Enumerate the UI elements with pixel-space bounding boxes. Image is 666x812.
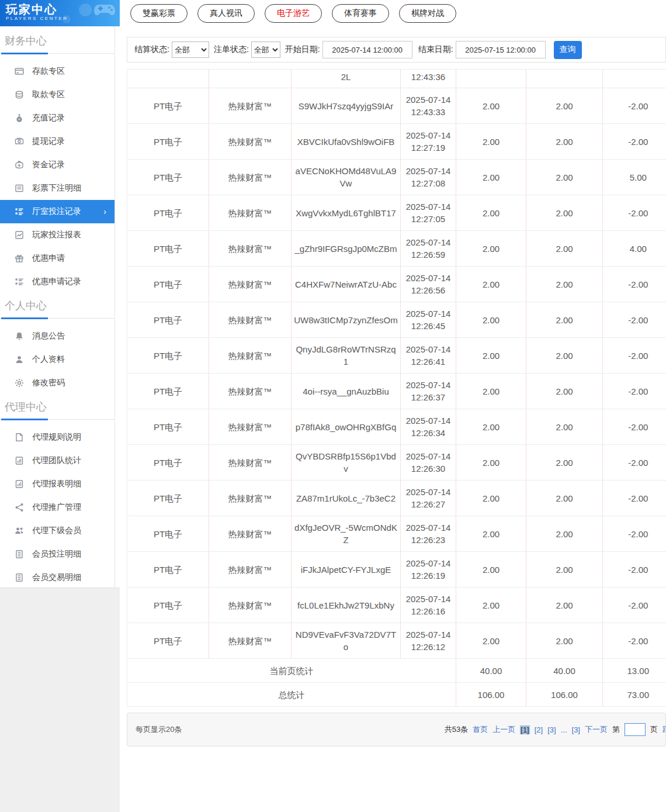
sidebar-footer-area xyxy=(0,588,120,812)
valid-amount-cell: 2.00 xyxy=(526,516,603,552)
valid-amount-cell: 2.00 xyxy=(526,267,603,302)
sidebar-section-finance: 存款专区 取款专区 ¥ 充值记录 提现记录 xyxy=(0,60,115,293)
page-summary-row: 当前页统计 40.00 40.00 13.00 xyxy=(127,659,666,683)
sidebar-item[interactable]: 厅室投注记录 › xyxy=(0,200,115,223)
bet-id-cell: _gZhr9IFGRsgJp0McZBm xyxy=(292,231,401,267)
sidebar-item[interactable]: 个人资料 xyxy=(0,348,115,371)
sidebar-item-label: 存款专区 xyxy=(32,66,65,77)
bet-amount-cell: 2.00 xyxy=(456,195,526,231)
bet-time-cell: 2025-07-14 12:26:12 xyxy=(401,623,456,659)
promo-apply-record-icon xyxy=(15,277,24,286)
page-number-link[interactable]: [2] xyxy=(535,725,543,734)
game-cell: 热辣财富™ xyxy=(209,124,292,160)
sidebar-item-label: 会员投注明细 xyxy=(32,549,81,559)
sidebar-item[interactable]: 提现记录 xyxy=(0,130,115,153)
table-row: PT电子 热辣财富™ QnyJdLG8rRoWTrNSRzq1 2025-07-… xyxy=(127,338,666,374)
game-cell: 热辣财富™ xyxy=(209,160,292,195)
bet-amount-cell: 2.00 xyxy=(456,374,526,409)
game-tab[interactable]: 雙赢彩票 xyxy=(130,4,188,23)
jump-page-input[interactable] xyxy=(625,723,646,736)
bet-id-cell: XBVCIkUfa0vShl9wOiFB xyxy=(292,124,401,160)
bet-time-cell: 2025-07-14 12:43:33 xyxy=(401,88,456,124)
page-summary-valid: 40.00 xyxy=(526,659,603,683)
game-tab[interactable]: 真人视讯 xyxy=(197,4,255,23)
bet-time-cell: 2025-07-14 12:26:56 xyxy=(401,267,456,302)
sidebar-item[interactable]: 代理报表明细 xyxy=(0,472,115,496)
jump-go-link[interactable]: 跳 xyxy=(662,724,666,735)
sidebar-nav: 财务中心 存款专区 取款专区 ¥ 充值记录 xyxy=(0,26,115,588)
sidebar-section-title-personal: 个人中心 xyxy=(0,293,115,318)
bet-time-cell: 2025-07-14 12:26:37 xyxy=(401,374,456,409)
agent-members-icon xyxy=(15,526,24,535)
agent-team-stats-icon xyxy=(15,456,24,465)
bet-amount-cell: 2.00 xyxy=(456,588,526,623)
provider-cell: PT电子 xyxy=(127,338,209,374)
game-cell: 热辣财富™ xyxy=(209,623,292,659)
sidebar-item-label: 代理团队统计 xyxy=(32,455,81,466)
page-number-link[interactable]: [3] xyxy=(547,725,556,734)
sidebar-item[interactable]: 彩票下注明细 xyxy=(0,177,115,200)
sidebar-item[interactable]: 会员投注明细 xyxy=(0,543,115,566)
valid-amount-cell: 2.00 xyxy=(526,623,603,659)
bet-time-cell: 2025-07-14 12:26:19 xyxy=(401,552,456,588)
game-tab[interactable]: 棋牌对战 xyxy=(399,4,456,23)
page-size-text: 每页显示20条 xyxy=(136,724,182,735)
bet-id-cell: UW8w3tICMp7zynZfesOm xyxy=(292,302,401,338)
table-row: PT电子 热辣财富™ XBVCIkUfa0vShl9wOiFB 2025-07-… xyxy=(127,124,666,160)
game-tab[interactable]: 电子游艺 xyxy=(265,4,322,23)
bet-amount-cell: 2.00 xyxy=(456,88,526,124)
sidebar-item[interactable]: 取款专区 xyxy=(0,83,115,106)
bet-id-cell: p78fIAk8_owOHRgXBfGq xyxy=(292,409,401,445)
valid-amount-cell: 2.00 xyxy=(526,124,603,160)
bet-amount-cell: 2.00 xyxy=(456,338,526,374)
gamepad-icon xyxy=(94,2,115,20)
bet-id-cell: ZA87m1rUkoLc_-7b3eC2 xyxy=(292,481,401,516)
bet-amount-cell: 2.00 xyxy=(456,552,526,588)
grand-summary-label: 总统计 xyxy=(127,683,456,707)
sidebar-item[interactable]: 会员交易明细 xyxy=(0,566,115,588)
query-button[interactable]: 查询 xyxy=(554,41,582,59)
page-number-link[interactable]: [3] xyxy=(572,725,580,734)
sidebar-item[interactable]: 玩家投注报表 xyxy=(0,223,115,247)
first-page-link[interactable]: 首页 xyxy=(473,724,488,735)
provider-cell: PT电子 xyxy=(127,231,209,267)
jump-prefix-text: 第 xyxy=(612,724,620,735)
sidebar-item[interactable]: ¥ 充值记录 xyxy=(0,106,115,130)
logo-header: 玩家中心 PLAYERS CENTER xyxy=(0,0,120,26)
sidebar-item[interactable]: 代理团队统计 xyxy=(0,449,115,472)
provider-cell: PT电子 xyxy=(127,195,209,231)
page-number-link[interactable]: ... xyxy=(561,725,567,734)
sidebar-item[interactable]: 消息公告 xyxy=(0,324,115,348)
funds-record-icon xyxy=(15,160,24,170)
valid-amount-cell: 2.00 xyxy=(526,195,603,231)
prev-page-link[interactable]: 上一页 xyxy=(492,724,515,735)
bet-time-cell: 2025-07-14 12:26:45 xyxy=(401,302,456,338)
section-divider xyxy=(0,419,115,420)
game-cell: 热辣财富™ xyxy=(209,481,292,516)
sidebar-item[interactable]: 代理规则说明 xyxy=(0,426,115,449)
page-number-links: [1] [2] [3] ... [3] xyxy=(520,725,580,734)
grand-summary-valid: 106.00 xyxy=(526,683,603,707)
game-cell: 热辣财富™ xyxy=(209,195,292,231)
start-date-input[interactable] xyxy=(322,41,412,58)
sidebar-item-label: 玩家投注报表 xyxy=(32,230,81,240)
sidebar-item-label: 代理规则说明 xyxy=(32,432,81,443)
sidebar-item[interactable]: 资金记录 xyxy=(0,153,115,177)
sidebar-item-label: 代理推广管理 xyxy=(32,502,81,513)
page-number-link[interactable]: [1] xyxy=(520,725,529,734)
sidebar-item[interactable]: 存款专区 xyxy=(0,60,115,83)
settle-status-select[interactable]: 全部 xyxy=(172,42,209,58)
sidebar-section-title-finance: 财务中心 xyxy=(0,29,115,53)
game-cell: 热辣财富™ xyxy=(209,267,292,302)
sidebar-item[interactable]: 代理下级会员 xyxy=(0,519,115,543)
sidebar-item[interactable]: 修改密码 xyxy=(0,371,115,395)
order-status-select[interactable]: 全部 xyxy=(251,42,280,58)
section-divider xyxy=(0,53,115,54)
game-tab[interactable]: 体育赛事 xyxy=(332,4,389,23)
end-date-input[interactable] xyxy=(456,41,546,58)
next-page-link[interactable]: 下一页 xyxy=(585,724,608,735)
sidebar-item[interactable]: 优惠申请 xyxy=(0,247,115,270)
table-row: PT电子 热辣财富™ XwgVvkxMydL6TghlBT17 2025-07-… xyxy=(127,195,666,231)
sidebar-item[interactable]: 优惠申请记录 xyxy=(0,270,115,293)
sidebar-item[interactable]: 代理推广管理 xyxy=(0,496,115,519)
